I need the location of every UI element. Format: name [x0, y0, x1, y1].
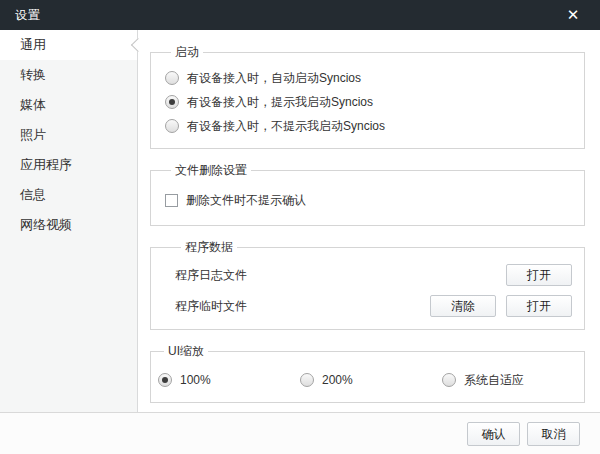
sidebar-item-label: 媒体: [20, 97, 46, 112]
group-file-delete: 文件删除设置 删除文件时不提示确认: [150, 162, 585, 226]
program-log-label: 程序日志文件: [175, 267, 247, 284]
settings-dialog: 设置 ✕ 通用 转换 媒体 照片 应用程序 信息 网络视频: [0, 0, 600, 454]
group-program-data: 程序数据 程序日志文件 打开 程序临时文件 清除 打开: [150, 239, 585, 330]
group-startup: 启动 有设备接入时，自动启动Syncios 有设备接入时，提示我启动Syncio…: [150, 44, 585, 149]
radio-option-label: 有设备接入时，自动启动Syncios: [187, 70, 361, 87]
sidebar-item-label: 信息: [20, 187, 46, 202]
program-log-row: 程序日志文件 打开: [175, 264, 572, 286]
close-icon[interactable]: ✕: [562, 4, 584, 26]
clear-temp-button[interactable]: 清除: [430, 295, 496, 317]
radio-icon-checked: [158, 373, 172, 387]
group-ui-scale: UI缩放 100% 200% 系统自适应: [150, 343, 585, 403]
open-log-button[interactable]: 打开: [506, 264, 572, 286]
radio-icon-checked: [165, 95, 179, 109]
sidebar-item-general[interactable]: 通用: [0, 30, 137, 60]
group-file-delete-legend: 文件删除设置: [171, 162, 251, 179]
confirm-button[interactable]: 确认: [467, 422, 520, 446]
sidebar-item-label: 应用程序: [20, 157, 72, 172]
group-ui-scale-legend: UI缩放: [164, 343, 208, 360]
sidebar-item-convert[interactable]: 转换: [0, 60, 137, 90]
radio-option-label: 系统自适应: [464, 372, 524, 389]
sidebar-item-label: 照片: [20, 127, 46, 142]
radio-option-label: 200%: [322, 373, 353, 387]
radio-icon: [165, 71, 179, 85]
sidebar-item-label: 通用: [20, 37, 46, 52]
footer-bar: 确认 取消: [0, 412, 600, 454]
checkbox-option-label: 删除文件时不提示确认: [186, 192, 306, 209]
program-temp-row: 程序临时文件 清除 打开: [175, 295, 572, 317]
radio-option-label: 有设备接入时，提示我启动Syncios: [187, 94, 373, 111]
sidebar-item-photos[interactable]: 照片: [0, 120, 137, 150]
radio-option-200[interactable]: 200%: [300, 369, 442, 391]
dialog-title: 设置: [15, 7, 41, 24]
radio-option-100[interactable]: 100%: [158, 369, 300, 391]
open-temp-button[interactable]: 打开: [506, 295, 572, 317]
group-program-data-legend: 程序数据: [181, 239, 237, 256]
sidebar-item-label: 网络视频: [20, 217, 72, 232]
radio-icon: [442, 373, 456, 387]
sidebar-item-online-video[interactable]: 网络视频: [0, 210, 137, 240]
sidebar-item-label: 转换: [20, 67, 46, 82]
checkbox-icon: [165, 194, 178, 207]
radio-option-no-prompt[interactable]: 有设备接入时，不提示我启动Syncios: [165, 114, 584, 138]
program-temp-label: 程序临时文件: [175, 298, 247, 315]
sidebar-item-media[interactable]: 媒体: [0, 90, 137, 120]
sidebar-item-apps[interactable]: 应用程序: [0, 150, 137, 180]
radio-option-label: 有设备接入时，不提示我启动Syncios: [187, 118, 385, 135]
cancel-button[interactable]: 取消: [527, 422, 580, 446]
title-bar: 设置 ✕: [0, 0, 600, 30]
radio-option-system-adaptive[interactable]: 系统自适应: [442, 369, 584, 391]
radio-icon: [165, 119, 179, 133]
radio-option-prompt-start[interactable]: 有设备接入时，提示我启动Syncios: [165, 90, 584, 114]
settings-content: 启动 有设备接入时，自动启动Syncios 有设备接入时，提示我启动Syncio…: [138, 30, 600, 412]
sidebar-item-info[interactable]: 信息: [0, 180, 137, 210]
checkbox-option-no-confirm[interactable]: 删除文件时不提示确认: [165, 188, 584, 212]
group-startup-legend: 启动: [171, 44, 203, 61]
main-area: 通用 转换 媒体 照片 应用程序 信息 网络视频: [0, 30, 600, 412]
radio-icon: [300, 373, 314, 387]
radio-option-label: 100%: [180, 373, 211, 387]
sidebar: 通用 转换 媒体 照片 应用程序 信息 网络视频: [0, 30, 138, 412]
radio-option-autostart[interactable]: 有设备接入时，自动启动Syncios: [165, 66, 584, 90]
